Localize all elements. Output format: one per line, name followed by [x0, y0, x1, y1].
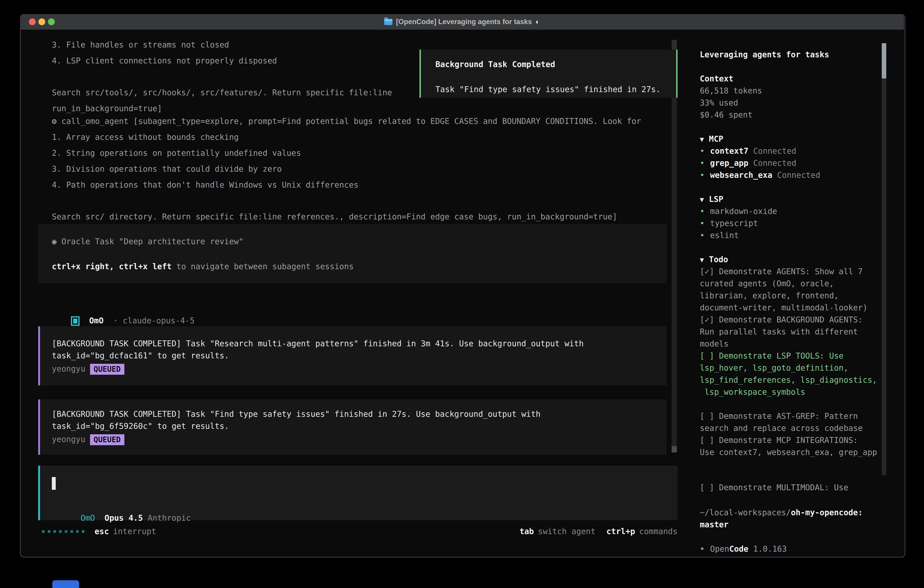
main-scrollbar-thumb[interactable]: [672, 446, 677, 453]
context-heading: Context: [700, 73, 733, 85]
scrollback-line: 3. File handles or streams not closed: [52, 37, 392, 53]
input-provider-name: Anthropic: [148, 514, 191, 522]
ctrlp-key-label: commands: [639, 527, 678, 536]
mcp-item: •context7 Connected: [700, 145, 796, 157]
message-line: [BACKGROUND TASK COMPLETED] Task "Find t…: [52, 408, 540, 420]
lsp-item: •eslint: [700, 230, 739, 241]
prompt-input[interactable]: OmO Opus 4.5 Anthropic: [38, 466, 678, 520]
message-meta: yeongyuQUEUED: [52, 433, 124, 446]
context-tokens: 66,518 tokens: [700, 85, 762, 97]
lsp-name: typescript: [710, 219, 758, 228]
todo-line-active: lsp_find_references, lsp_diagnostics,: [700, 374, 877, 386]
lsp-heading: LSP: [709, 195, 723, 204]
toast-body: Task "Find type safety issues" finished …: [436, 81, 660, 97]
session-state-icon: ◐: [536, 18, 540, 26]
workspace-path: ~/local-workspaces/oh-my-opencode:: [700, 507, 863, 519]
status-badge: QUEUED: [90, 364, 124, 375]
input-agent-name[interactable]: OmO: [81, 514, 95, 522]
message-author: yeongyu: [52, 364, 86, 373]
mcp-item: •websearch_exa Connected: [700, 169, 820, 181]
message-line: task_id="bg_dcfac161" to get results.: [52, 350, 229, 362]
input-model-name[interactable]: Opus 4.5: [105, 514, 143, 522]
working-spinner-icon: [42, 530, 84, 533]
workspace-path-prefix: ~/local-workspaces/: [700, 508, 791, 517]
agent-name: OmO: [89, 316, 104, 325]
todo-line: models: [700, 338, 728, 350]
screen: [OpenCode] Leveraging agents for tasks ◐…: [0, 0, 924, 588]
tab-key-label: switch agent: [538, 527, 596, 536]
todo-line: [ ] Demonstrate MCP INTEGRATIONS:: [700, 434, 858, 446]
scrollback-line: Search src/tools/, src/hooks/, src/featu…: [52, 84, 392, 101]
todo-line-active: lsp_hover, lsp_goto_definition,: [700, 362, 848, 374]
fisheye-icon: ◉: [52, 237, 57, 246]
todo-heading: Todo: [709, 255, 728, 264]
mcp-status: Connected: [777, 170, 820, 180]
status-dot-icon: •: [700, 159, 705, 168]
workspace-branch: master: [700, 519, 728, 531]
sidebar-scrollbar-thumb[interactable]: [882, 43, 886, 78]
dock-item-blue[interactable]: [52, 580, 79, 588]
version-name-bold: Code: [729, 544, 748, 553]
tool-call-block: ⚙ call_omo_agent [subagent_type=explore,…: [52, 113, 641, 225]
hint-keys: ctrl+x right, ctrl+x left: [52, 262, 172, 271]
oracle-task-title: ◉ Oracle Task "Deep architecture review": [52, 233, 244, 249]
mcp-status: Connected: [753, 159, 797, 168]
dot-separator: ·: [113, 316, 118, 325]
chevron-down-icon[interactable]: ▼: [700, 135, 704, 143]
lsp-section-header[interactable]: ▼LSP: [700, 193, 723, 205]
workspace-path-main: oh-my-opencode:: [791, 508, 863, 517]
gear-icon: ⚙: [52, 117, 57, 126]
status-dot-icon: •: [700, 231, 705, 240]
message-author: yeongyu: [52, 435, 86, 444]
background-task-toast: Background Task Completed Task "Find typ…: [419, 50, 678, 98]
mcp-name: websearch_exa: [710, 170, 772, 180]
mcp-section-header[interactable]: ▼MCP: [700, 133, 723, 145]
lsp-name: eslint: [710, 231, 739, 240]
hint-text: to navigate between subagent sessions: [172, 262, 354, 271]
sidebar-scrollbar[interactable]: [882, 43, 886, 475]
message-line: task_id="bg_6f59260c" to get results.: [52, 420, 229, 432]
dot-separator-icon: [104, 316, 113, 325]
tool-call-line: ⚙ call_omo_agent [subagent_type=explore,…: [52, 113, 641, 129]
todo-line-active: lsp_workspace_symbols: [700, 386, 805, 398]
omo-agent-icon: [71, 316, 79, 326]
scrollback-text: 3. File handles or streams not closed 4.…: [52, 37, 392, 116]
main-scrollbar[interactable]: [672, 40, 677, 453]
main-scrollbar-cap: [672, 40, 677, 50]
chevron-down-icon[interactable]: ▼: [700, 195, 704, 203]
todo-section-header[interactable]: ▼Todo: [700, 254, 728, 266]
tool-call-line: Search src/ directory. Return specific f…: [52, 209, 641, 225]
window-title: [OpenCode] Leveraging agents for tasks ◐: [20, 14, 904, 30]
status-dot-icon: •: [700, 147, 705, 155]
todo-line: search and replace across codebase: [700, 422, 863, 434]
todo-line: [ ] Demonstrate AST-GREP: Pattern: [700, 410, 858, 422]
version-row: •OpenCode 1.0.163: [700, 543, 787, 555]
tool-call-line: 4. Path operations that don't handle Win…: [52, 177, 641, 193]
status-dot-icon: •: [700, 207, 705, 216]
scrollback-line: [52, 69, 392, 84]
version-name-light: Open: [710, 544, 729, 553]
tool-call-line: 1. Array access without bounds checking: [52, 129, 641, 145]
status-badge: QUEUED: [90, 434, 124, 445]
mcp-name: grep_app: [710, 159, 749, 168]
todo-line-active: [ ] Demonstrate LSP TOOLS: Use: [700, 350, 843, 362]
mcp-heading: MCP: [709, 134, 723, 144]
todo-line: Use context7, websearch_exa, grep_app: [700, 446, 877, 458]
message-line: [BACKGROUND TASK COMPLETED] Task "Resear…: [52, 338, 584, 350]
window-title-text: [OpenCode] Leveraging agents for tasks: [396, 18, 532, 26]
oracle-task-hint: ctrl+x right, ctrl+x left to navigate be…: [52, 259, 354, 274]
sidebar-session-title: Leveraging agents for tasks: [700, 46, 829, 63]
mcp-name: context7: [710, 147, 749, 155]
lsp-name: markdown-oxide: [710, 207, 777, 216]
text-cursor: [52, 477, 56, 490]
esc-key-label: interrupt: [113, 527, 156, 536]
toast-title: Background Task Completed: [436, 56, 555, 72]
oracle-task-box: ◉ Oracle Task "Deep architecture review"…: [38, 224, 667, 283]
agent-header: OmO · claude-opus-4-5: [52, 297, 195, 313]
mcp-item: •grep_app Connected: [700, 157, 796, 169]
status-dot-icon: •: [700, 544, 705, 553]
chevron-down-icon[interactable]: ▼: [700, 256, 704, 264]
mcp-status: Connected: [753, 147, 797, 155]
todo-line: librarian, explore, frontend,: [700, 290, 839, 302]
lsp-item: •typescript: [700, 217, 758, 230]
